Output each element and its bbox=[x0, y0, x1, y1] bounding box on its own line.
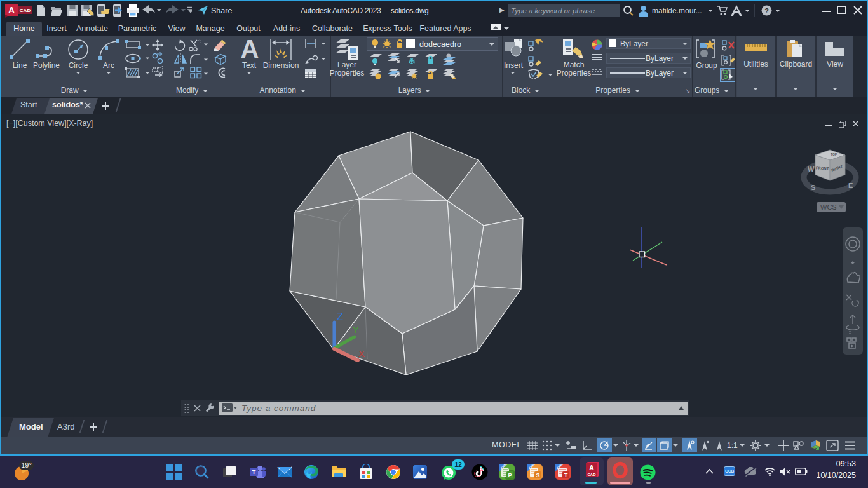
svg-text:CAD: CAD bbox=[20, 8, 31, 13]
svg-text:Y: Y bbox=[353, 324, 359, 335]
svg-text:CAD: CAD bbox=[588, 473, 597, 477]
svg-text:X: X bbox=[358, 348, 365, 359]
svg-text:A: A bbox=[589, 464, 594, 471]
svg-text:W: W bbox=[808, 165, 815, 173]
svg-text:E: E bbox=[848, 182, 853, 189]
svg-text:S: S bbox=[536, 472, 539, 478]
svg-text:P: P bbox=[508, 472, 512, 478]
svg-text:?: ? bbox=[764, 7, 769, 15]
svg-text:S: S bbox=[811, 184, 815, 191]
svg-text:FRONT: FRONT bbox=[816, 166, 829, 170]
svg-text:T: T bbox=[252, 469, 256, 475]
svg-text:TOP: TOP bbox=[831, 152, 837, 156]
svg-text:T: T bbox=[564, 472, 568, 478]
svg-text:WCS: WCS bbox=[820, 203, 837, 211]
svg-text:Z: Z bbox=[337, 311, 343, 323]
svg-text:A: A bbox=[8, 5, 15, 15]
